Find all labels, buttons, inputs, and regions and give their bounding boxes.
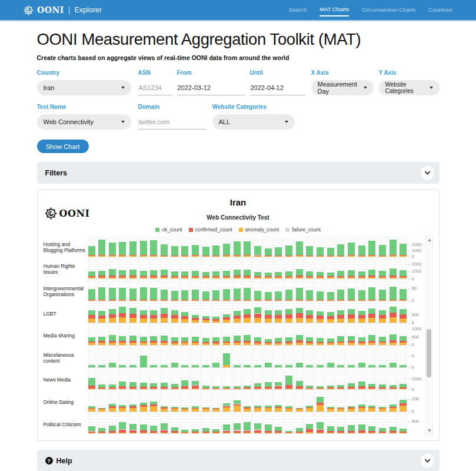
stacked-bar[interactable] (109, 426, 116, 433)
stacked-bar[interactable] (88, 289, 95, 301)
stacked-bar[interactable] (171, 384, 178, 389)
stacked-bar[interactable] (202, 407, 209, 412)
stacked-bar[interactable] (327, 386, 334, 389)
stacked-bar[interactable] (88, 378, 95, 389)
stacked-bar[interactable] (254, 246, 261, 257)
stacked-bar[interactable] (171, 337, 178, 345)
stacked-bar[interactable] (234, 365, 241, 367)
stacked-bar[interactable] (337, 290, 344, 301)
stacked-bar[interactable] (140, 271, 147, 278)
x-axis-select[interactable]: Measurement Day (311, 80, 374, 95)
stacked-bar[interactable] (296, 288, 303, 301)
stacked-bar[interactable] (379, 310, 386, 323)
stacked-bar[interactable] (275, 291, 282, 301)
stacked-bar[interactable] (275, 247, 282, 257)
stacked-bar[interactable] (109, 335, 116, 345)
stacked-bar[interactable] (161, 336, 168, 345)
stacked-bar[interactable] (140, 287, 147, 300)
stacked-bar[interactable] (202, 316, 209, 323)
stacked-bar[interactable] (265, 310, 272, 323)
stacked-bar[interactable] (400, 365, 407, 367)
stacked-bar[interactable] (109, 288, 116, 300)
until-date-input[interactable] (250, 80, 305, 95)
stacked-bar[interactable] (275, 427, 282, 434)
stacked-bar[interactable] (306, 246, 313, 257)
stacked-bar[interactable] (368, 365, 375, 367)
stacked-bar[interactable] (296, 428, 303, 433)
stacked-bar[interactable] (129, 241, 137, 256)
stacked-bar[interactable] (390, 268, 397, 278)
stacked-bar[interactable] (161, 383, 168, 390)
stacked-bar[interactable] (223, 353, 230, 367)
stacked-bar[interactable] (98, 337, 105, 345)
stacked-bar[interactable] (140, 403, 147, 412)
stacked-bar[interactable] (390, 307, 397, 323)
stacked-bar[interactable] (337, 244, 344, 257)
stacked-bar[interactable] (358, 271, 365, 278)
stacked-bar[interactable] (317, 311, 324, 323)
stacked-bar[interactable] (150, 365, 157, 367)
stacked-bar[interactable] (379, 290, 386, 300)
stacked-bar[interactable] (368, 384, 375, 390)
stacked-bar[interactable] (327, 248, 334, 257)
stacked-bar[interactable] (192, 337, 199, 345)
stacked-bar[interactable] (306, 386, 313, 389)
stacked-bar[interactable] (202, 272, 209, 278)
stacked-bar[interactable] (400, 429, 407, 433)
stacked-bar[interactable] (306, 406, 313, 412)
stacked-bar[interactable] (275, 272, 282, 278)
scrollbar-thumb[interactable] (427, 329, 431, 377)
stacked-bar[interactable] (150, 383, 157, 389)
stacked-bar[interactable] (109, 309, 116, 323)
stacked-bar[interactable] (109, 243, 116, 257)
stacked-bar[interactable] (98, 287, 105, 301)
stacked-bar[interactable] (244, 406, 251, 412)
stacked-bar[interactable] (400, 244, 407, 257)
chart-row-plot[interactable] (88, 348, 407, 368)
stacked-bar[interactable] (327, 339, 334, 345)
stacked-bar[interactable] (202, 291, 209, 301)
stacked-bar[interactable] (119, 422, 126, 433)
stacked-bar[interactable] (150, 288, 157, 301)
test-name-select[interactable]: Web Connectivity (37, 114, 131, 130)
stacked-bar[interactable] (244, 422, 251, 433)
stacked-bar[interactable] (296, 363, 303, 367)
stacked-bar[interactable] (140, 337, 147, 345)
stacked-bar[interactable] (285, 337, 292, 345)
stacked-bar[interactable] (317, 247, 324, 257)
stacked-bar[interactable] (202, 247, 209, 257)
stacked-bar[interactable] (358, 404, 365, 412)
nav-link-circumvention-charts[interactable]: Circumvention Charts (362, 4, 415, 16)
stacked-bar[interactable] (254, 272, 261, 279)
asn-input[interactable] (138, 80, 172, 95)
stacked-bar[interactable] (88, 365, 95, 367)
stacked-bar[interactable] (337, 427, 344, 434)
stacked-bar[interactable] (88, 337, 95, 345)
stacked-bar[interactable] (379, 407, 386, 412)
stacked-bar[interactable] (285, 290, 292, 300)
stacked-bar[interactable] (181, 430, 188, 433)
stacked-bar[interactable] (234, 270, 241, 278)
stacked-bar[interactable] (327, 292, 334, 301)
stacked-bar[interactable] (171, 246, 178, 257)
stacked-bar[interactable] (234, 241, 241, 256)
stacked-bar[interactable] (98, 240, 105, 256)
stacked-bar[interactable] (181, 365, 188, 367)
stacked-bar[interactable] (192, 381, 199, 389)
stacked-bar[interactable] (317, 338, 324, 345)
stacked-bar[interactable] (348, 383, 355, 389)
stacked-bar[interactable] (192, 245, 199, 256)
stacked-bar[interactable] (368, 270, 375, 278)
stacked-bar[interactable] (337, 336, 344, 345)
stacked-bar[interactable] (212, 246, 219, 257)
stacked-bar[interactable] (98, 311, 105, 323)
stacked-bar[interactable] (171, 310, 178, 323)
stacked-bar[interactable] (368, 426, 375, 433)
stacked-bar[interactable] (296, 269, 303, 278)
chart-row-plot[interactable] (88, 303, 407, 323)
stacked-bar[interactable] (244, 288, 251, 301)
stacked-bar[interactable] (244, 386, 251, 390)
stacked-bar[interactable] (254, 307, 261, 323)
stacked-bar[interactable] (171, 363, 178, 367)
domain-input[interactable] (138, 114, 207, 130)
